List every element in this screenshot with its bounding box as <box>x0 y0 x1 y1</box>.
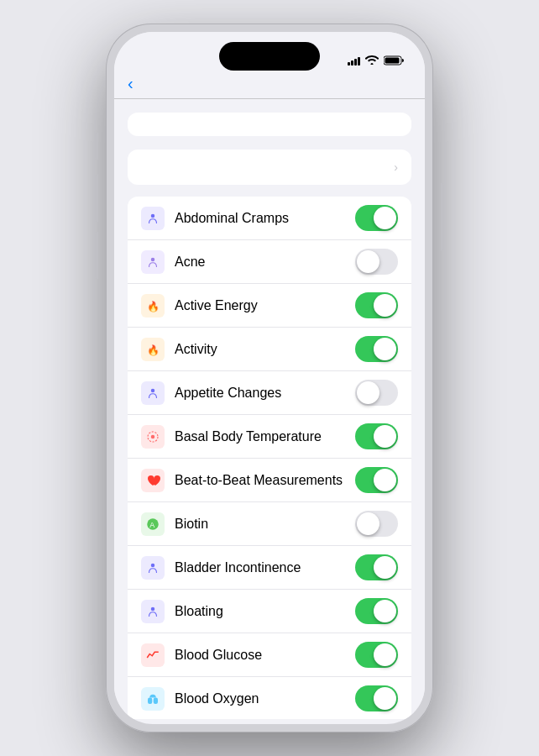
blood-glucose-toggle[interactable] <box>355 642 398 668</box>
activity-toggle[interactable] <box>355 336 398 362</box>
abdominal-cramps-toggle[interactable] <box>355 205 398 231</box>
bladder-incontinence-icon <box>141 556 165 580</box>
activity-label: Activity <box>175 342 355 357</box>
list-item: Basal Body Temperature <box>128 415 411 459</box>
bloating-toggle[interactable] <box>355 598 398 624</box>
beat-to-beat-label: Beat-to-Beat Measurements <box>175 473 355 488</box>
list-item: Abdominal Cramps <box>128 197 411 240</box>
signal-icon <box>348 55 360 66</box>
back-button[interactable]: ‹ <box>128 76 137 92</box>
nav-bar: ‹ <box>114 74 425 99</box>
scroll-content[interactable]: › Abdominal Cramps Acne <box>114 99 425 719</box>
status-icons <box>348 55 405 67</box>
active-energy-toggle[interactable] <box>355 292 398 318</box>
power-button[interactable] <box>441 183 444 250</box>
toggle-knob <box>374 338 396 360</box>
svg-text:🔥: 🔥 <box>147 343 160 355</box>
data-from-row[interactable]: › <box>128 150 411 185</box>
basal-body-temperature-toggle[interactable] <box>355 423 398 449</box>
toggle-knob <box>357 250 379 273</box>
toggle-knob <box>374 294 396 317</box>
acne-icon <box>141 250 165 274</box>
svg-text:🔥: 🔥 <box>147 299 160 312</box>
list-item: 🔥 Activity <box>128 328 411 371</box>
blood-oxygen-icon <box>141 687 165 711</box>
section-header <box>114 185 425 197</box>
biotin-toggle[interactable] <box>355 511 398 537</box>
list-item: Acne <box>128 240 411 284</box>
volume-up-button[interactable] <box>95 175 98 222</box>
turn-on-all-button[interactable] <box>128 113 411 136</box>
active-energy-label: Active Energy <box>175 298 355 313</box>
dynamic-island <box>219 42 320 71</box>
bladder-incontinence-toggle[interactable] <box>355 554 398 580</box>
mute-button[interactable] <box>95 133 98 160</box>
svg-rect-13 <box>148 697 152 704</box>
toggle-knob <box>374 643 396 666</box>
phone-frame: ‹ › <box>106 24 433 732</box>
list-item: A Biotin <box>128 502 411 546</box>
active-energy-icon: 🔥 <box>141 294 165 318</box>
appetite-changes-toggle[interactable] <box>355 380 398 406</box>
list-item: 🔥 Active Energy <box>128 284 411 328</box>
svg-rect-14 <box>154 697 158 704</box>
volume-down-button[interactable] <box>95 232 98 279</box>
list-item: Beat-to-Beat Measurements <box>128 459 411 502</box>
back-chevron-icon: ‹ <box>128 75 133 92</box>
list-item: Bladder Incontinence <box>128 546 411 590</box>
wifi-icon <box>365 55 379 67</box>
turn-on-section <box>128 113 411 136</box>
acne-label: Acne <box>175 255 355 270</box>
biotin-label: Biotin <box>175 517 355 532</box>
bloating-label: Bloating <box>175 604 355 619</box>
abdominal-cramps-icon <box>141 207 165 230</box>
health-data-list: Abdominal Cramps Acne 🔥 Active Energy 🔥 <box>128 197 411 719</box>
toggle-knob <box>374 207 396 229</box>
toggle-knob <box>374 600 396 622</box>
beat-to-beat-icon <box>141 469 165 492</box>
battery-icon <box>384 55 405 66</box>
phone-screen: ‹ › <box>114 32 425 724</box>
appetite-changes-icon <box>141 381 165 405</box>
svg-point-11 <box>151 563 155 567</box>
svg-point-3 <box>151 257 155 261</box>
toggle-knob <box>374 556 396 579</box>
data-from-section: › <box>128 150 411 185</box>
blood-glucose-label: Blood Glucose <box>175 648 355 663</box>
list-item: Blood Oxygen <box>128 677 411 719</box>
toggle-knob <box>374 469 396 491</box>
blood-glucose-icon <box>141 643 165 667</box>
status-bar <box>114 32 425 77</box>
abdominal-cramps-label: Abdominal Cramps <box>175 211 355 226</box>
toggle-knob <box>357 512 379 535</box>
blood-oxygen-label: Blood Oxygen <box>175 691 355 706</box>
svg-point-2 <box>151 213 155 218</box>
beat-to-beat-toggle[interactable] <box>355 467 398 493</box>
toggle-knob <box>374 425 396 448</box>
bladder-incontinence-label: Bladder Incontinence <box>175 560 355 575</box>
svg-text:A: A <box>149 520 154 528</box>
toggle-knob <box>374 687 396 710</box>
toggle-knob <box>357 381 379 404</box>
acne-toggle[interactable] <box>355 249 398 275</box>
svg-point-8 <box>151 434 155 438</box>
blood-oxygen-toggle[interactable] <box>355 685 398 711</box>
activity-icon: 🔥 <box>141 338 165 361</box>
basal-body-temperature-label: Basal Body Temperature <box>175 429 355 444</box>
svg-point-6 <box>151 388 155 392</box>
list-item: Bloating <box>128 590 411 633</box>
biotin-icon: A <box>141 512 165 536</box>
list-item: Appetite Changes <box>128 371 411 415</box>
list-item: Blood Glucose <box>128 633 411 677</box>
bloating-icon <box>141 600 165 623</box>
appetite-changes-label: Appetite Changes <box>175 386 355 401</box>
svg-point-12 <box>151 606 155 611</box>
chevron-right-icon: › <box>394 160 398 174</box>
basal-body-temperature-icon <box>141 425 165 449</box>
svg-rect-1 <box>385 58 400 64</box>
